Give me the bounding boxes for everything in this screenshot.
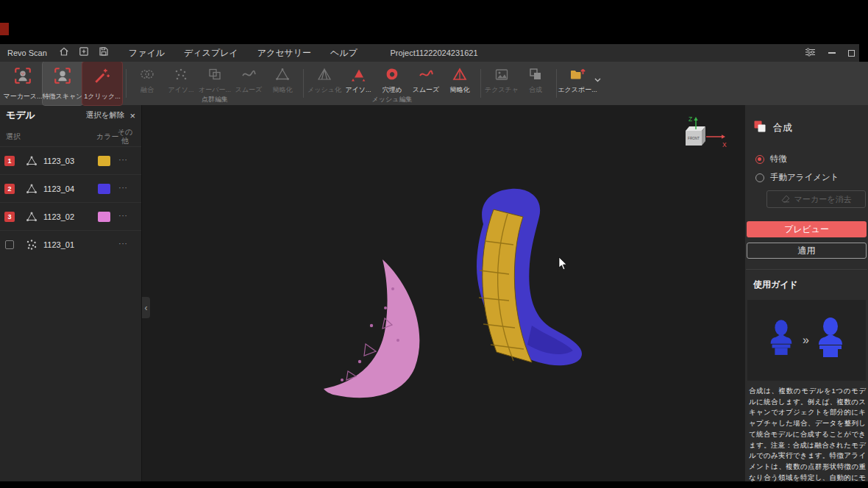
overlap-icon: [207, 66, 223, 82]
point-cloud-edit-group-label: 点群編集: [130, 95, 299, 105]
smooth-points-button[interactable]: スムーズ: [232, 62, 266, 95]
maximize-icon[interactable]: [848, 50, 855, 57]
row-menu-button[interactable]: ···: [118, 211, 128, 220]
toolbar-separator: [480, 69, 481, 98]
mouse-cursor: [559, 257, 566, 270]
menu-accessory[interactable]: アクセサリー: [248, 47, 321, 60]
merge-panel: 合成 特徴 手動アライメント マーカーを消去 プレビュー 適用 使用ガイド » …: [744, 105, 868, 481]
settings-sliders-icon[interactable]: [805, 46, 816, 60]
model-name: 1123_04: [43, 184, 74, 193]
bust-after-icon: [814, 316, 847, 365]
model-row-1123_03[interactable]: 1 1123_03 ···: [0, 146, 141, 174]
simplify-mesh-button[interactable]: 簡略化: [443, 62, 477, 95]
order-badge[interactable]: 2: [4, 184, 15, 194]
model-panel: モデル 選択を解除 × 選択 カラー その他 1 1123_03 ··· 2 1…: [0, 105, 142, 481]
top-right-black-sliver: [859, 0, 868, 62]
texture-button[interactable]: テクスチャ: [485, 62, 519, 96]
minimize-icon[interactable]: [828, 52, 836, 54]
panel-divider: [746, 269, 867, 270]
feature-scan-button[interactable]: 特徴スキャン: [43, 62, 82, 105]
panel-collapse-handle[interactable]: ‹: [142, 297, 150, 318]
new-project-icon[interactable]: [79, 46, 89, 60]
column-color: カラー: [96, 132, 118, 142]
apply-button[interactable]: 適用: [747, 243, 867, 259]
model-row-1123_01[interactable]: 1123_01 ···: [0, 230, 141, 258]
color-swatch[interactable]: [98, 184, 110, 194]
bottom-letterbox: [0, 481, 868, 488]
one-click-button[interactable]: 1クリック...: [82, 62, 122, 105]
save-icon[interactable]: [99, 46, 109, 60]
usage-guide-title: 使用ガイド: [753, 279, 867, 291]
app-window: Revo Scan ファイル ディスプレイ アクセサリー ヘルプ Project…: [0, 0, 868, 488]
export-chevron-down-icon[interactable]: [594, 72, 601, 85]
color-swatch[interactable]: [98, 212, 110, 222]
app-name: Revo Scan: [7, 49, 47, 57]
gizmo-x-label: X: [722, 141, 727, 148]
mesh-icon: [316, 66, 332, 82]
gizmo-front-label: FRONT: [688, 137, 700, 140]
isolated-mesh-button[interactable]: アイソ...: [341, 62, 375, 95]
marker-scan-icon: [13, 65, 32, 87]
point-cloud-model-icon: [26, 239, 38, 251]
eraser-icon: [781, 195, 790, 204]
preview-button[interactable]: プレビュー: [747, 221, 867, 237]
simplify-triangle-icon: [274, 66, 291, 82]
menu-file[interactable]: ファイル: [119, 47, 174, 60]
column-select: 選択: [6, 132, 21, 142]
double-chevron-icon: »: [803, 334, 808, 347]
radio-selected-icon[interactable]: [755, 155, 764, 164]
menu-help[interactable]: ヘルプ: [321, 47, 367, 60]
home-icon[interactable]: [59, 46, 69, 60]
top-left-red-marker: [0, 23, 9, 35]
simplify-points-button[interactable]: 簡略化: [266, 62, 299, 95]
close-icon[interactable]: ×: [129, 110, 135, 121]
magic-wand-icon: [93, 65, 112, 87]
toolbar-separator: [556, 69, 557, 98]
menu-display[interactable]: ディスプレイ: [174, 47, 248, 60]
feature-scan-icon: [53, 65, 72, 87]
main-toolbar: マーカース... 特徴スキャン 1クリック... 融合: [0, 62, 868, 105]
fusion-button[interactable]: 融合: [130, 62, 164, 95]
model-panel-title: モデル: [6, 109, 35, 122]
mesh-button[interactable]: メッシュ化: [307, 62, 341, 95]
merge-tool-button[interactable]: 合成: [519, 62, 552, 96]
mesh-model-icon: [26, 155, 38, 167]
order-badge[interactable]: 1: [4, 156, 15, 166]
radio-unselected-icon[interactable]: [755, 173, 764, 182]
option-manual-alignment[interactable]: 手動アライメント: [755, 172, 867, 183]
merge-panel-icon: [753, 120, 766, 136]
marker-scan-button[interactable]: マーカース...: [3, 62, 43, 105]
option-feature-alignment[interactable]: 特徴: [755, 154, 867, 165]
mesh-edit-group-label: メッシュ編集: [307, 95, 477, 105]
export-folder-icon: [569, 66, 586, 82]
select-checkbox[interactable]: [5, 240, 14, 249]
hole-filling-button[interactable]: 穴埋め: [375, 62, 409, 95]
smooth-mesh-button[interactable]: スムーズ: [409, 62, 443, 95]
model-row-1123_04[interactable]: 2 1123_04 ···: [0, 174, 141, 202]
model-name: 1123_02: [43, 212, 74, 221]
deselect-all-button[interactable]: 選択を解除 ×: [86, 110, 135, 121]
menu-bar: ファイル ディスプレイ アクセサリー ヘルプ: [119, 47, 367, 60]
color-swatch[interactable]: [98, 156, 110, 166]
smooth-mesh-icon: [418, 66, 434, 82]
export-button[interactable]: エクスポー...: [561, 62, 594, 95]
export-group: エクスポー...: [561, 62, 601, 105]
marker-scan-label: マーカース...: [3, 92, 42, 101]
3d-viewport[interactable]: FRONT Z X ‹: [142, 105, 744, 481]
isolated-points-button[interactable]: アイソ...: [164, 62, 198, 95]
row-menu-button[interactable]: ···: [118, 155, 128, 164]
3d-scene: [142, 105, 744, 481]
row-menu-button[interactable]: ···: [118, 183, 128, 192]
gizmo-z-label: Z: [689, 115, 692, 123]
row-menu-button[interactable]: ···: [118, 239, 128, 248]
hole-filling-icon: [384, 66, 400, 82]
isolated-points-icon: [173, 66, 189, 82]
alignment-options: 特徴 手動アライメント: [755, 154, 867, 183]
axis-gizmo[interactable]: FRONT Z X: [680, 115, 731, 153]
overlap-button[interactable]: オーバー...: [198, 62, 232, 95]
window-controls: [805, 44, 855, 62]
smooth-wave-icon: [241, 66, 257, 82]
order-badge[interactable]: 3: [4, 212, 15, 222]
model-row-1123_02[interactable]: 3 1123_02 ···: [0, 202, 141, 230]
clear-markers-button[interactable]: マーカーを消去: [766, 190, 866, 208]
